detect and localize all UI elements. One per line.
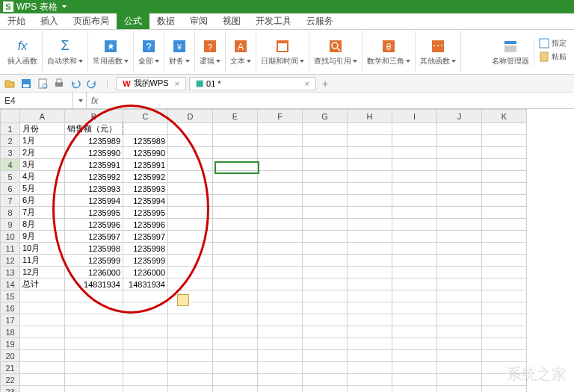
cell[interactable]: 1235991	[123, 159, 168, 171]
cell[interactable]: 14831934	[65, 279, 123, 290]
cell[interactable]: 1235999	[123, 255, 168, 267]
cell[interactable]	[303, 255, 348, 267]
cell[interactable]	[437, 314, 482, 326]
cell[interactable]	[348, 207, 392, 219]
cell[interactable]: 7月	[20, 207, 65, 219]
cell[interactable]	[258, 314, 303, 326]
cell[interactable]	[168, 326, 213, 338]
col-header[interactable]: D	[168, 110, 213, 123]
cell[interactable]	[303, 171, 348, 183]
cell[interactable]	[258, 350, 303, 362]
cell[interactable]	[303, 302, 348, 314]
cell[interactable]	[482, 362, 527, 374]
cell[interactable]	[348, 279, 392, 290]
cell[interactable]	[437, 290, 482, 302]
cell[interactable]	[348, 362, 392, 374]
cell[interactable]	[437, 183, 482, 195]
cell[interactable]	[482, 279, 527, 290]
cell[interactable]	[482, 350, 527, 362]
cell[interactable]	[303, 195, 348, 207]
cell[interactable]	[168, 207, 213, 219]
cell[interactable]	[258, 207, 303, 219]
doc-tab-01[interactable]: ▦ 01 * ×	[189, 77, 316, 90]
cell[interactable]	[213, 147, 258, 159]
cell[interactable]: 1235993	[123, 183, 168, 195]
ribbon-insert-function[interactable]: fx 插入函数	[3, 31, 43, 72]
cell[interactable]	[437, 231, 482, 243]
cell[interactable]	[168, 231, 213, 243]
row-header[interactable]: 23	[1, 386, 20, 393]
row-header[interactable]: 21	[1, 362, 20, 374]
cell[interactable]: 6月	[20, 195, 65, 207]
cell[interactable]	[20, 350, 65, 362]
cell[interactable]	[392, 350, 437, 362]
cell[interactable]	[258, 374, 303, 386]
cell[interactable]	[437, 123, 482, 135]
cell[interactable]	[168, 171, 213, 183]
cell[interactable]	[213, 135, 258, 147]
cell[interactable]	[348, 290, 392, 302]
cell[interactable]	[303, 159, 348, 171]
cell[interactable]	[303, 350, 348, 362]
name-box-dropdown[interactable]	[73, 93, 87, 108]
cell[interactable]	[258, 326, 303, 338]
row-header[interactable]: 5	[1, 171, 20, 183]
cell[interactable]	[392, 231, 437, 243]
cell[interactable]	[168, 362, 213, 374]
cell[interactable]	[392, 326, 437, 338]
cell[interactable]	[168, 123, 213, 135]
cell[interactable]	[168, 350, 213, 362]
cell[interactable]	[123, 374, 168, 386]
cell[interactable]: 1235998	[65, 243, 123, 255]
cell[interactable]	[392, 290, 437, 302]
cell[interactable]	[437, 326, 482, 338]
cell[interactable]	[168, 243, 213, 255]
close-icon[interactable]: ×	[175, 79, 179, 88]
ribbon-finance[interactable]: ¥ 财务	[164, 31, 195, 72]
cell[interactable]: 1235995	[65, 207, 123, 219]
cell[interactable]	[392, 135, 437, 147]
cell[interactable]	[348, 147, 392, 159]
cell[interactable]	[303, 386, 348, 393]
tab-start[interactable]: 开始	[0, 13, 33, 29]
cell[interactable]	[213, 267, 258, 279]
row-header[interactable]: 6	[1, 183, 20, 195]
cell[interactable]	[20, 362, 65, 374]
cell[interactable]	[65, 386, 123, 393]
cell[interactable]	[168, 290, 213, 302]
cell[interactable]	[168, 374, 213, 386]
cell[interactable]	[392, 243, 437, 255]
cell[interactable]: 1236000	[65, 267, 123, 279]
cell[interactable]	[258, 135, 303, 147]
cell[interactable]	[258, 267, 303, 279]
cell[interactable]: 1235995	[123, 207, 168, 219]
cell[interactable]	[348, 219, 392, 231]
cell[interactable]: 2月	[20, 147, 65, 159]
cell[interactable]	[392, 123, 437, 135]
cell[interactable]	[65, 374, 123, 386]
cell[interactable]: 总计	[20, 279, 65, 290]
cell[interactable]: 1235994	[65, 195, 123, 207]
cell[interactable]	[303, 279, 348, 290]
save-icon[interactable]	[19, 77, 33, 90]
ribbon-paste[interactable]: 粘贴	[539, 52, 567, 62]
cell[interactable]	[213, 302, 258, 314]
cell[interactable]	[213, 207, 258, 219]
cell[interactable]: 1235994	[123, 195, 168, 207]
row-header[interactable]: 7	[1, 195, 20, 207]
cell[interactable]	[482, 183, 527, 195]
cell[interactable]: 14831934	[123, 279, 168, 290]
cell[interactable]	[258, 123, 303, 135]
row-header[interactable]: 1	[1, 123, 20, 135]
cell[interactable]	[437, 219, 482, 231]
cell[interactable]	[168, 314, 213, 326]
cell[interactable]	[65, 350, 123, 362]
row-header[interactable]: 18	[1, 326, 20, 338]
cell[interactable]	[258, 386, 303, 393]
fx-button[interactable]: fx	[87, 96, 102, 106]
cell[interactable]	[348, 255, 392, 267]
tab-view[interactable]: 视图	[215, 13, 248, 29]
cell[interactable]	[348, 302, 392, 314]
col-header[interactable]: F	[258, 110, 303, 123]
print-icon[interactable]	[52, 77, 66, 90]
